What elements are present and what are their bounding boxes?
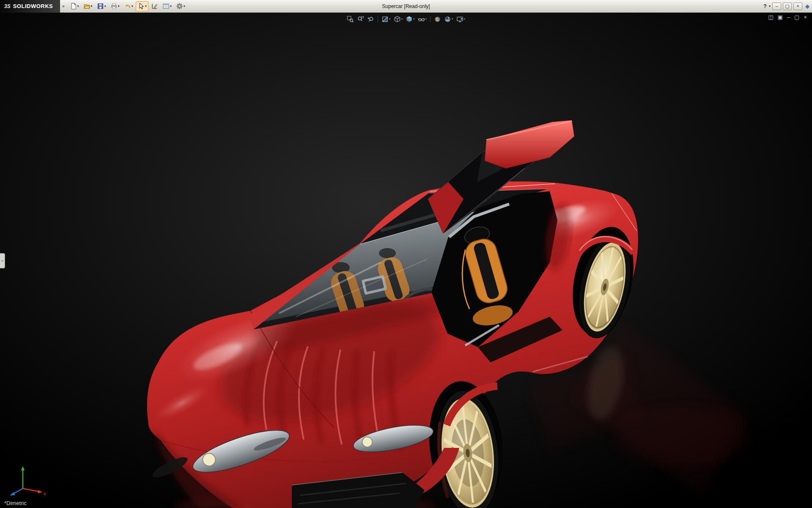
new-document-icon xyxy=(70,3,77,10)
select-cursor-icon xyxy=(137,3,145,10)
sketch-button[interactable] xyxy=(149,1,160,11)
title-bar: 3S SOLIDWORKS » ▾ ▾ ▾ xyxy=(0,0,812,13)
sketch-icon xyxy=(151,3,158,10)
main-toolbar: ▾ ▾ ▾ ▾ xyxy=(68,1,187,11)
dropdown-caret-icon[interactable]: ▾ xyxy=(132,4,133,8)
open-button[interactable]: ▾ xyxy=(82,1,94,11)
dropdown-caret-icon[interactable]: ▾ xyxy=(413,17,415,21)
document-window-controls: ◫ ▣ – ▢ × xyxy=(768,14,807,21)
print-button[interactable]: ▾ xyxy=(109,1,121,11)
toolbar-separator xyxy=(378,16,378,22)
apply-scene-button[interactable]: ▾ xyxy=(443,14,455,24)
zoom-to-area-icon xyxy=(357,16,364,23)
design-table-button[interactable]: ▾ xyxy=(161,1,173,11)
design-table-icon xyxy=(162,3,170,10)
save-button[interactable]: ▾ xyxy=(95,1,108,11)
dropdown-caret-icon[interactable]: ▾ xyxy=(118,4,120,8)
dropdown-caret-icon[interactable]: ▾ xyxy=(425,17,427,21)
toolbar-separator xyxy=(430,16,431,22)
triad-x-axis xyxy=(23,489,39,491)
dropdown-caret-icon[interactable]: ▾ xyxy=(77,4,79,8)
dropdown-caret-icon[interactable]: ▾ xyxy=(389,17,391,21)
brand-name: SOLIDWORKS xyxy=(13,3,53,9)
options-gear-icon xyxy=(176,3,183,10)
zoom-to-fit-button[interactable] xyxy=(346,14,355,24)
graphics-viewport[interactable] xyxy=(0,0,812,508)
restore-document-button[interactable]: ▢ xyxy=(794,14,799,21)
dropdown-caret-icon[interactable]: ▾ xyxy=(401,17,403,21)
zoom-to-area-button[interactable] xyxy=(356,14,365,24)
close-document-button[interactable]: × xyxy=(804,14,807,21)
ds-compass-icon: ◆ xyxy=(805,3,809,9)
tile-windows-icon[interactable]: ▣ xyxy=(778,14,783,21)
minimize-button[interactable]: – xyxy=(772,3,781,10)
restore-windows-icon[interactable]: ◫ xyxy=(768,14,773,21)
options-button[interactable]: ▾ xyxy=(174,1,187,11)
select-button[interactable]: ▾ xyxy=(136,1,148,11)
previous-view-icon xyxy=(367,16,374,23)
dropdown-caret-icon[interactable]: ▾ xyxy=(452,17,453,21)
view-settings-button[interactable]: ▾ xyxy=(455,14,467,24)
zoom-to-fit-icon xyxy=(347,16,354,23)
hide-show-glasses-icon xyxy=(418,16,425,23)
view-settings-icon xyxy=(456,16,464,23)
minimize-document-button[interactable]: – xyxy=(787,14,790,21)
new-document-button[interactable]: ▾ xyxy=(68,1,81,11)
open-folder-icon xyxy=(83,3,91,10)
close-button[interactable]: × xyxy=(793,3,802,10)
triad-z-axis xyxy=(13,489,23,494)
document-title: Supercar [Read-only] xyxy=(382,0,430,13)
display-style-icon xyxy=(406,16,413,23)
view-orientation-label: *Dimetric xyxy=(4,500,27,506)
print-icon xyxy=(110,3,118,10)
dropdown-caret-icon[interactable]: ▾ xyxy=(184,4,185,8)
dropdown-caret-icon[interactable]: ▾ xyxy=(170,4,172,8)
edit-appearance-ball-icon xyxy=(434,16,441,23)
dropdown-caret-icon[interactable]: ▾ xyxy=(91,4,93,8)
feature-manager-collapsed-tab[interactable]: « xyxy=(0,253,5,268)
3ds-logo-icon: 3S xyxy=(4,3,11,9)
heads-up-view-toolbar: ▾ ▾ ▾ ▾ xyxy=(346,14,466,24)
dropdown-caret-icon[interactable]: ▾ xyxy=(464,17,466,21)
triad-x-label: x xyxy=(44,491,46,496)
restore-button[interactable]: ▢ xyxy=(783,3,792,10)
view-orientation-button[interactable]: ▾ xyxy=(392,14,404,24)
view-orientation-cube-icon xyxy=(393,16,401,23)
save-icon xyxy=(97,3,104,10)
edit-appearance-button[interactable] xyxy=(433,14,442,24)
display-style-button[interactable]: ▾ xyxy=(404,14,416,24)
section-view-icon xyxy=(381,16,389,23)
help-icon[interactable]: ? xyxy=(763,3,767,9)
hide-show-items-button[interactable]: ▾ xyxy=(417,14,428,24)
apply-scene-icon xyxy=(444,16,451,23)
dropdown-caret-icon[interactable]: ▾ xyxy=(104,4,106,8)
undo-button[interactable]: ▾ xyxy=(122,1,135,11)
reference-triad: x xyxy=(3,462,49,499)
dropdown-caret-icon[interactable]: ▾ xyxy=(145,4,147,8)
section-view-button[interactable]: ▾ xyxy=(380,14,392,24)
solidworks-logo[interactable]: 3S SOLIDWORKS xyxy=(0,0,60,13)
undo-icon xyxy=(124,3,131,10)
menu-expand-icon[interactable]: » xyxy=(60,4,67,8)
help-caret-icon[interactable]: ▾ xyxy=(769,4,771,8)
previous-view-button[interactable] xyxy=(366,14,376,24)
window-controls: ? ▾ – ▢ × ◆ xyxy=(763,3,812,10)
